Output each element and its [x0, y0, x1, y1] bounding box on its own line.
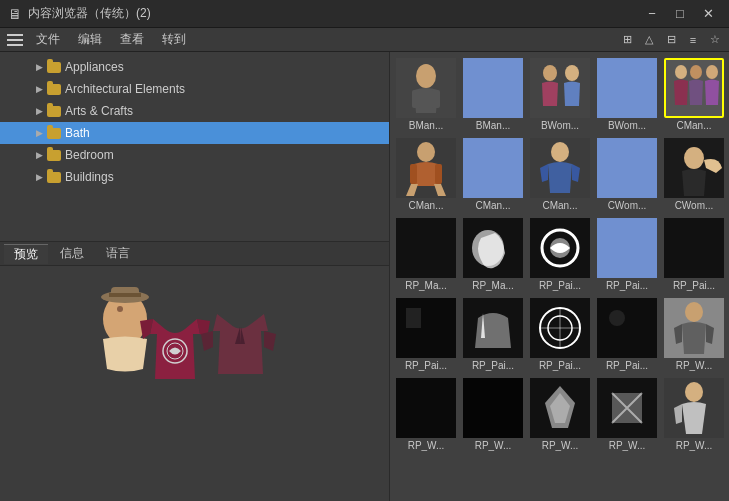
thumbnail-item-bwom2[interactable]: BWom...	[595, 56, 659, 133]
tree-label-bath: Bath	[65, 126, 90, 140]
tree-label-architectural: Architectural Elements	[65, 82, 185, 96]
toolbar-back[interactable]: △	[639, 30, 659, 50]
toolbar-home[interactable]: ⊞	[617, 30, 637, 50]
thumbnail-item-rpw6[interactable]: RP_W...	[662, 376, 726, 453]
thumbnail-item-cman3[interactable]: CMan...	[528, 136, 592, 213]
sidebar-item-appliances[interactable]: ▶Appliances	[0, 56, 389, 78]
thumbnail-item-rppai7[interactable]: RP_Pai...	[595, 296, 659, 373]
menu-bar: 文件 编辑 查看 转到 ⊞ △ ⊟ ≡ ☆	[0, 28, 729, 52]
thumbnail-item-cwom1[interactable]: CWom...	[595, 136, 659, 213]
thumbnail-label-bman2: BMan...	[476, 120, 510, 131]
thumbnail-image-rpma1	[396, 218, 456, 278]
thumbnail-item-bman1[interactable]: BMan...	[394, 56, 458, 133]
thumbnail-image-cwom2	[664, 138, 724, 198]
menu-file[interactable]: 文件	[28, 30, 68, 50]
thumbnail-image-cwom1	[597, 138, 657, 198]
thumbnail-label-bwom2: BWom...	[608, 120, 646, 131]
toolbar-split[interactable]: ⊟	[661, 30, 681, 50]
svg-rect-12	[463, 58, 523, 118]
thumbnail-label-rpw1: RP_W...	[676, 360, 713, 371]
right-panel[interactable]: BMan...BMan... BWom...BWom... CMan...	[390, 52, 729, 501]
thumbnail-item-cman1[interactable]: CMan...	[394, 136, 458, 213]
sidebar-item-buildings[interactable]: ▶Buildings	[0, 166, 389, 188]
thumbnail-label-rppai6: RP_Pai...	[539, 360, 581, 371]
thumbnail-item-rpma2[interactable]: RP_Ma...	[461, 216, 525, 293]
expand-icon-arts[interactable]: ▶	[32, 104, 46, 118]
thumbnail-label-rpma2: RP_Ma...	[472, 280, 514, 291]
sidebar-item-bedroom[interactable]: ▶Bedroom	[0, 144, 389, 166]
menu-view[interactable]: 查看	[112, 30, 152, 50]
thumbnail-item-rppai1[interactable]: RP_Pai...	[528, 216, 592, 293]
svg-point-50	[685, 302, 703, 322]
svg-rect-23	[410, 164, 417, 184]
toolbar-star[interactable]: ☆	[705, 30, 725, 50]
tab-语言[interactable]: 语言	[96, 244, 140, 264]
svg-rect-11	[432, 90, 440, 108]
thumbnail-image-rppai5	[463, 298, 523, 358]
svg-point-20	[706, 65, 718, 79]
thumbnail-label-rppai4: RP_Pai...	[405, 360, 447, 371]
svg-point-15	[565, 65, 579, 81]
thumbnail-label-rpw4: RP_W...	[542, 440, 579, 451]
hamburger-menu[interactable]	[4, 30, 26, 50]
folder-icon-buildings	[46, 169, 62, 185]
tree-view[interactable]: ▶Appliances▶Architectural Elements▶Arts …	[0, 52, 389, 241]
thumbnail-item-rpw1[interactable]: RP_W...	[662, 296, 726, 373]
maximize-button[interactable]: □	[667, 4, 693, 24]
folder-icon-bath	[46, 125, 62, 141]
tab-预览[interactable]: 预览	[4, 244, 48, 264]
minimize-button[interactable]: −	[639, 4, 665, 24]
thumbnail-item-bwom1[interactable]: BWom...	[528, 56, 592, 133]
expand-icon-buildings[interactable]: ▶	[32, 170, 46, 184]
thumbnail-image-cman1	[396, 138, 456, 198]
hamburger-line3	[7, 44, 23, 46]
folder-icon-architectural	[46, 81, 62, 97]
close-button[interactable]: ✕	[695, 4, 721, 24]
thumbnail-image-rpw3	[463, 378, 523, 438]
bottom-panel: 预览信息语言	[0, 241, 389, 501]
expand-icon-architectural[interactable]: ▶	[32, 82, 46, 96]
thumbnail-item-rpw3[interactable]: RP_W...	[461, 376, 525, 453]
sidebar-item-bath[interactable]: ▶Bath	[0, 122, 389, 144]
thumbnail-item-rppai5[interactable]: RP_Pai...	[461, 296, 525, 373]
thumbnail-image-rpma2	[463, 218, 523, 278]
thumbnail-item-cwom2[interactable]: CWom...	[662, 136, 726, 213]
thumbnail-item-bman2[interactable]: BMan...	[461, 56, 525, 133]
thumbnail-image-cman0	[664, 58, 724, 118]
svg-rect-39	[396, 298, 456, 358]
hamburger-line2	[7, 39, 23, 41]
thumbnail-item-rppai6[interactable]: RP_Pai...	[528, 296, 592, 373]
thumbnail-item-rppai4[interactable]: RP_Pai...	[394, 296, 458, 373]
thumbnail-item-rppai3[interactable]: RP_Pai...	[662, 216, 726, 293]
hamburger-line1	[7, 34, 23, 36]
main-content: ▶Appliances▶Architectural Elements▶Arts …	[0, 52, 729, 501]
thumbnail-item-cman2[interactable]: CMan...	[461, 136, 525, 213]
thumbnail-image-rppai3	[664, 218, 724, 278]
expand-icon-appliances[interactable]: ▶	[32, 60, 46, 74]
svg-rect-40	[406, 308, 421, 328]
menu-goto[interactable]: 转到	[154, 30, 194, 50]
svg-point-14	[543, 65, 557, 81]
expand-icon-bath[interactable]: ▶	[32, 126, 46, 140]
app-icon: 🖥	[8, 6, 22, 22]
expand-icon-bedroom[interactable]: ▶	[32, 148, 46, 162]
thumbnail-label-rpma1: RP_Ma...	[405, 280, 447, 291]
svg-point-30	[684, 147, 704, 169]
thumbnail-item-cman0[interactable]: CMan...	[662, 56, 726, 133]
toolbar-list[interactable]: ≡	[683, 30, 703, 50]
svg-point-22	[417, 142, 435, 162]
menu-edit[interactable]: 编辑	[70, 30, 110, 50]
thumbnail-item-rpw2[interactable]: RP_W...	[394, 376, 458, 453]
thumbnail-image-rppai4	[396, 298, 456, 358]
sidebar-item-arts[interactable]: ▶Arts & Crafts	[0, 100, 389, 122]
thumbnail-label-cman1: CMan...	[408, 200, 443, 211]
thumbnail-item-rpw5[interactable]: RP_W...	[595, 376, 659, 453]
sidebar-item-architectural[interactable]: ▶Architectural Elements	[0, 78, 389, 100]
tab-信息[interactable]: 信息	[50, 244, 94, 264]
thumbnail-label-cman2: CMan...	[475, 200, 510, 211]
thumbnail-item-rpma1[interactable]: RP_Ma...	[394, 216, 458, 293]
thumbnail-label-rppai7: RP_Pai...	[606, 360, 648, 371]
thumbnail-image-bwom1	[530, 58, 590, 118]
thumbnail-item-rpw4[interactable]: RP_W...	[528, 376, 592, 453]
thumbnail-item-rppai2[interactable]: RP_Pai...	[595, 216, 659, 293]
